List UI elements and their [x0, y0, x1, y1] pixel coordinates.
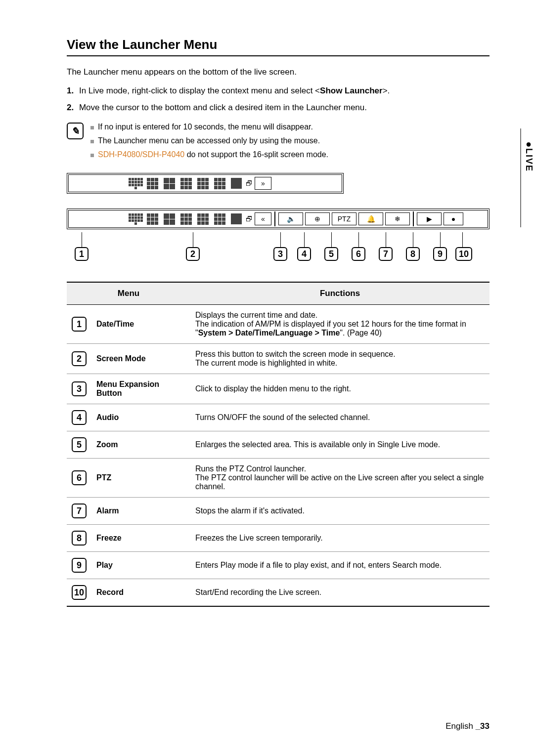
bullet-icon	[90, 140, 94, 143]
row-function: Enters Play mode if a file to play exist…	[190, 552, 490, 579]
row-num-cell: 8	[67, 525, 91, 552]
menu-table: Menu Functions 1Date/TimeDisplays the cu…	[67, 282, 490, 607]
callout-4: 4	[297, 247, 311, 261]
step-1: 1. In Live mode, right-click to display …	[67, 86, 490, 96]
footer-lang: English	[445, 721, 475, 731]
screenmode-seq-icon[interactable]: 🗗	[246, 176, 253, 190]
screenmode-1-icon[interactable]	[229, 178, 244, 189]
expand-left-button[interactable]: «	[255, 212, 271, 225]
screenmode-1-icon[interactable]	[229, 213, 244, 224]
callout-7: 7	[379, 247, 393, 261]
steps-list: 1. In Live mode, right-click to display …	[67, 86, 490, 113]
table-row: 10RecordStart/End recording the Live scr…	[67, 579, 490, 607]
screenmode-4-icon[interactable]	[162, 213, 177, 225]
screenmode-16-icon[interactable]	[128, 213, 143, 225]
callout-5: 5	[324, 247, 338, 261]
row-menu: Zoom	[91, 431, 190, 459]
callout-1: 1	[75, 247, 89, 261]
screenmode-alt3-icon[interactable]	[212, 213, 227, 225]
screenmode-16-icon[interactable]	[128, 178, 143, 189]
row-num-cell: 7	[67, 498, 91, 525]
row-function: Turns ON/OFF the sound of the selected c…	[190, 404, 490, 431]
alarm-button[interactable]: 🔔	[358, 212, 383, 225]
step-2: 2. Move the cursor to the bottom and cli…	[67, 103, 490, 113]
callout-8: 8	[406, 247, 420, 261]
note-text: do not support the 16-split screen mode.	[184, 150, 328, 159]
row-num-cell: 2	[67, 344, 91, 374]
row-menu: Menu Expansion Button	[91, 374, 190, 404]
row-function: Press this button to switch the screen m…	[190, 344, 490, 374]
callout-6: 6	[352, 247, 365, 261]
note-icon: ✎	[67, 123, 84, 139]
row-num-cell: 5	[67, 431, 91, 459]
table-row: 9PlayEnters Play mode if a file to play …	[67, 552, 490, 579]
launcher-bar-expanded: 🗗 « 🔈 ⊕ PTZ 🔔 ❄ ▶ ●	[67, 209, 490, 229]
play-button[interactable]: ▶	[417, 212, 442, 225]
table-row: 4AudioTurns ON/OFF the sound of the sele…	[67, 404, 490, 431]
callout-2: 2	[186, 247, 200, 261]
table-row: 1Date/TimeDisplays the current time and …	[67, 305, 490, 344]
callout-3: 3	[273, 247, 287, 261]
row-function: Freezes the Live screen temporarily.	[190, 525, 490, 552]
row-function: Displays the current time and date.The i…	[190, 305, 490, 344]
row-menu: Freeze	[91, 525, 190, 552]
step-number: 1.	[67, 86, 74, 95]
screenmode-seq-icon[interactable]: 🗗	[246, 212, 253, 226]
row-menu: Record	[91, 579, 190, 607]
note-text: The Launcher menu can be accessed only b…	[98, 136, 320, 145]
audio-button[interactable]: 🔈	[278, 212, 303, 225]
row-number: 2	[72, 351, 87, 366]
screenmode-alt2-icon[interactable]	[195, 178, 210, 189]
table-row: 7AlarmStops the alarm if it's activated.	[67, 498, 490, 525]
step-text: Move the cursor to the bottom and click …	[79, 103, 367, 112]
note-text: If no input is entered for 10 seconds, t…	[98, 123, 313, 131]
row-number: 10	[72, 585, 87, 600]
screenmode-4-icon[interactable]	[162, 178, 177, 189]
row-num-cell: 3	[67, 374, 91, 404]
record-button[interactable]: ●	[444, 212, 463, 225]
zoom-button[interactable]: ⊕	[305, 212, 330, 225]
note-item: If no input is entered for 10 seconds, t…	[90, 123, 328, 131]
row-menu: Date/Time	[91, 305, 190, 344]
screenmode-9-icon[interactable]	[145, 178, 160, 189]
screenmode-alt2-icon[interactable]	[195, 213, 210, 225]
side-tab-label: LIVE	[524, 148, 534, 172]
row-function: Click to display the hidden menu to the …	[190, 374, 490, 404]
row-menu: Screen Mode	[91, 344, 190, 374]
bullet-icon	[90, 154, 94, 157]
intro-text: The Launcher menu appears on the bottom …	[67, 67, 490, 77]
step-text: In Live mode, right-click to display the…	[79, 86, 320, 95]
row-number: 5	[72, 437, 87, 452]
th-menu: Menu	[67, 282, 190, 305]
note-highlight: SDH-P4080/SDH-P4040	[98, 150, 184, 159]
note-item: The Launcher menu can be accessed only b…	[90, 136, 328, 145]
screenmode-9-icon[interactable]	[145, 213, 160, 225]
row-number: 1	[72, 317, 87, 332]
row-number: 4	[72, 410, 87, 425]
footer-page: _33	[476, 721, 490, 731]
screenmode-alt3-icon[interactable]	[212, 178, 227, 189]
row-number: 3	[72, 381, 87, 396]
screenmode-alt1-icon[interactable]	[178, 213, 193, 225]
row-menu: PTZ	[91, 459, 190, 498]
step-number: 2.	[67, 103, 74, 112]
table-row: 2Screen ModePress this button to switch …	[67, 344, 490, 374]
table-row: 8FreezeFreezes the Live screen temporari…	[67, 525, 490, 552]
expand-right-button[interactable]: »	[255, 177, 271, 190]
row-number: 6	[72, 470, 87, 485]
note-block: ✎ If no input is entered for 10 seconds,…	[67, 123, 490, 164]
page-title: View the Launcher Menu	[67, 37, 490, 56]
ptz-button[interactable]: PTZ	[332, 212, 356, 225]
screenmode-alt1-icon[interactable]	[178, 178, 193, 189]
freeze-button[interactable]: ❄	[385, 212, 410, 225]
note-list: If no input is entered for 10 seconds, t…	[90, 123, 328, 164]
row-function: Runs the PTZ Control launcher.The PTZ co…	[190, 459, 490, 498]
row-num-cell: 1	[67, 305, 91, 344]
step-bold: Show Launcher	[320, 86, 383, 95]
row-number: 8	[72, 531, 87, 546]
note-item: SDH-P4080/SDH-P4040 do not support the 1…	[90, 150, 328, 159]
page-footer: English _33	[445, 721, 490, 731]
launcher-bar-collapsed: 🗗 »	[67, 173, 344, 194]
row-function: Start/End recording the Live screen.	[190, 579, 490, 607]
step-post: >.	[383, 86, 390, 95]
